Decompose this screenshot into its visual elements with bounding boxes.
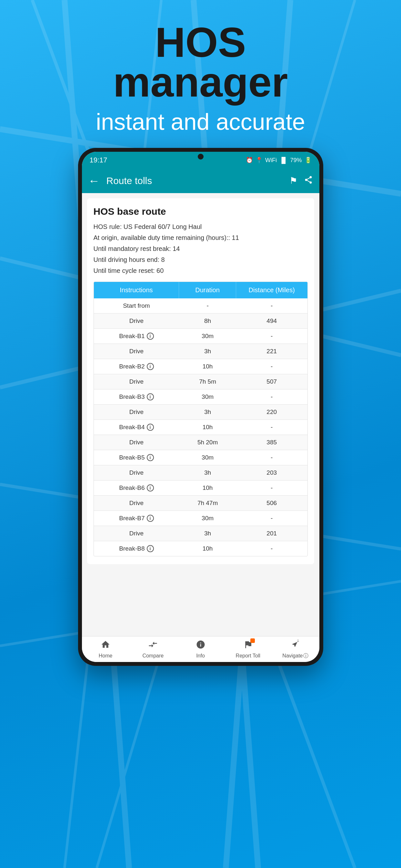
table-row: Break-B1i30m- — [94, 329, 307, 344]
table-cell-instruction: Drive — [94, 465, 179, 480]
table-cell-duration: 7h 47m — [179, 496, 236, 510]
info-circle-icon[interactable]: i — [147, 545, 154, 552]
table-cell-distance: - — [236, 541, 307, 556]
battery-icon: 🔋 — [305, 157, 312, 164]
table-cell-distance: - — [236, 390, 307, 404]
break-label: Break-B4 — [119, 424, 144, 431]
table-row: Break-B2i10h- — [94, 359, 307, 374]
signal-icon: ▐▌ — [279, 157, 288, 164]
table-cell-instruction: Break-B1i — [94, 329, 179, 344]
nav-label-home: Home — [99, 653, 112, 659]
table-row: Drive5h 20m385 — [94, 435, 307, 450]
break-label: Break-B8 — [119, 545, 144, 552]
phone-frame: 19:17 ⏰ 📍 WiFi ▐▌ 79% 🔋 ← Route tolls ⚑ — [78, 148, 323, 666]
nav-item-compare[interactable]: Compare — [129, 637, 177, 662]
info-icon — [196, 640, 205, 652]
header-section: HOS manager instant and accurate — [0, 0, 401, 148]
info-circle-icon[interactable]: i — [147, 454, 154, 461]
table-row: Break-B8i10h- — [94, 541, 307, 556]
table-cell-duration: 3h — [179, 405, 236, 420]
info-circle-icon[interactable]: i — [147, 393, 154, 400]
schedule-table: Instructions Duration Distance (Miles) S… — [94, 282, 308, 556]
nav-label-compare: Compare — [142, 653, 164, 659]
bottom-nav: Home Compare Info Report Toll — [82, 636, 320, 662]
location-icon: 📍 — [256, 157, 263, 164]
card-title: HOS base route — [94, 206, 308, 217]
table-row: Drive3h201 — [94, 526, 307, 541]
info-line-2: At origin, available duty time remaining… — [94, 233, 308, 242]
table-cell-distance: - — [236, 450, 307, 465]
nav-label-report-toll: Report Toll — [236, 653, 260, 659]
table-cell-duration: 10h — [179, 359, 236, 374]
table-cell-duration: 30m — [179, 329, 236, 344]
info-circle-icon[interactable]: i — [147, 333, 154, 340]
nav-item-report-toll[interactable]: Report Toll — [224, 637, 272, 662]
info-circle-icon[interactable]: i — [147, 515, 154, 522]
nav-item-navigate[interactable]: Navigate ⓘ — [272, 637, 319, 662]
table-row: Break-B7i30m- — [94, 511, 307, 526]
table-cell-duration: 3h — [179, 465, 236, 480]
table-cell-instruction: Break-B7i — [94, 511, 179, 526]
hos-card: HOS base route HOS rule: US Federal 60/7… — [87, 198, 314, 564]
table-body: Start from--Drive8h494Break-B1i30m-Drive… — [94, 299, 307, 556]
app-title-line2: manager — [0, 59, 401, 105]
table-cell-duration: 8h — [179, 314, 236, 329]
bookmark-button[interactable]: ⚑ — [289, 175, 297, 187]
table-row: Drive3h221 — [94, 344, 307, 359]
app-bar: ← Route tolls ⚑ — [82, 168, 320, 193]
table-cell-instruction: Break-B4i — [94, 420, 179, 435]
table-cell-instruction: Drive — [94, 496, 179, 510]
nav-label-info: Info — [196, 653, 205, 659]
break-label: Break-B1 — [119, 333, 144, 340]
home-icon — [101, 640, 110, 652]
table-row: Break-B4i10h- — [94, 420, 307, 435]
table-cell-distance: 494 — [236, 314, 307, 329]
col-header-instructions: Instructions — [94, 282, 179, 299]
table-cell-duration: 30m — [179, 390, 236, 404]
table-cell-distance: - — [236, 511, 307, 526]
table-cell-distance: - — [236, 420, 307, 435]
status-bar: 19:17 ⏰ 📍 WiFi ▐▌ 79% 🔋 — [82, 152, 320, 168]
table-cell-distance: 506 — [236, 496, 307, 510]
table-cell-instruction: Drive — [94, 344, 179, 359]
table-cell-duration: 5h 20m — [179, 435, 236, 450]
share-button[interactable] — [304, 175, 313, 187]
back-button[interactable]: ← — [89, 174, 100, 188]
table-cell-distance: 385 — [236, 435, 307, 450]
break-label: Break-B5 — [119, 454, 144, 461]
info-circle-icon[interactable]: i — [147, 363, 154, 370]
toolbar-icons: ⚑ — [289, 175, 313, 187]
table-cell-duration: - — [179, 299, 236, 313]
info-line-3: Until mandatory rest break: 14 — [94, 244, 308, 253]
table-row: Drive8h494 — [94, 314, 307, 329]
table-cell-instruction: Drive — [94, 435, 179, 450]
wifi-icon: WiFi — [265, 157, 277, 164]
table-cell-instruction: Drive — [94, 405, 179, 420]
camera-dot — [198, 154, 204, 159]
break-label: Break-B6 — [119, 485, 144, 492]
table-row: Start from-- — [94, 299, 307, 314]
screen-title: Route tolls — [106, 175, 289, 186]
nav-item-home[interactable]: Home — [82, 637, 129, 662]
col-header-distance: Distance (Miles) — [236, 282, 307, 299]
table-header: Instructions Duration Distance (Miles) — [94, 282, 307, 299]
navigate-info-icon: ⓘ — [303, 653, 308, 659]
table-cell-instruction: Break-B2i — [94, 359, 179, 374]
info-circle-icon[interactable]: i — [147, 424, 154, 431]
table-cell-duration: 10h — [179, 541, 236, 556]
table-cell-distance: 220 — [236, 405, 307, 420]
nav-label-navigate: Navigate — [282, 653, 303, 659]
table-cell-duration: 10h — [179, 480, 236, 495]
report-badge — [250, 639, 255, 643]
table-row: Break-B5i30m- — [94, 450, 307, 465]
table-cell-distance: 201 — [236, 526, 307, 541]
table-cell-distance: - — [236, 480, 307, 495]
nav-item-info[interactable]: Info — [177, 637, 224, 662]
info-line-1: HOS rule: US Federal 60/7 Long Haul — [94, 222, 308, 231]
table-cell-duration: 30m — [179, 511, 236, 526]
info-circle-icon[interactable]: i — [147, 485, 154, 492]
table-cell-duration: 30m — [179, 450, 236, 465]
break-label: Break-B2 — [119, 363, 144, 370]
table-cell-instruction: Drive — [94, 374, 179, 389]
table-cell-duration: 10h — [179, 420, 236, 435]
